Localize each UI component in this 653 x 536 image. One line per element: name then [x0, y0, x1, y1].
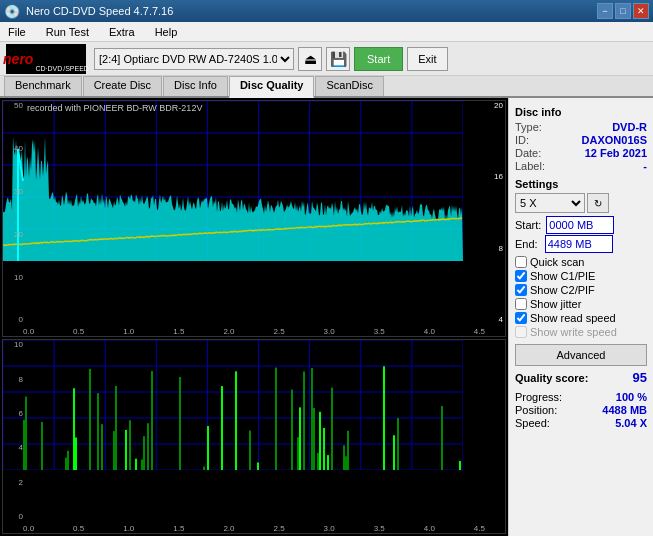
- disc-id-row: ID: DAXON016S: [515, 134, 647, 146]
- show-jitter-checkbox[interactable]: [515, 298, 527, 310]
- top-chart: 201684 50403020100 0.00.51.01.52.02.53.0…: [2, 100, 506, 337]
- tab-disc-quality[interactable]: Disc Quality: [229, 76, 315, 98]
- speed-select[interactable]: 5 X: [515, 193, 585, 213]
- quick-scan-row: Quick scan: [515, 256, 647, 268]
- start-button[interactable]: Start: [354, 47, 403, 71]
- chart-area: 201684 50403020100 0.00.51.01.52.02.53.0…: [0, 98, 508, 536]
- disc-label-row: Label: -: [515, 160, 647, 172]
- position-label: Position:: [515, 404, 557, 416]
- quality-score-label: Quality score:: [515, 372, 588, 384]
- right-panel: Disc info Type: DVD-R ID: DAXON016S Date…: [508, 98, 653, 536]
- title-bar: 💿 Nero CD-DVD Speed 4.7.7.16 − □ ✕: [0, 0, 653, 22]
- bottom-chart-y-axis: [483, 340, 503, 521]
- menu-help[interactable]: Help: [151, 25, 182, 39]
- disc-date-value: 12 Feb 2021: [585, 147, 647, 159]
- bottom-chart: 1086420 0.00.51.01.52.02.53.03.54.04.5: [2, 339, 506, 534]
- close-button[interactable]: ✕: [633, 3, 649, 19]
- end-mb-input[interactable]: [545, 235, 613, 253]
- show-write-speed-row: Show write speed: [515, 326, 647, 338]
- exit-button[interactable]: Exit: [407, 47, 447, 71]
- tab-bar: Benchmark Create Disc Disc Info Disc Qua…: [0, 76, 653, 98]
- show-c1pie-label: Show C1/PIE: [530, 270, 595, 282]
- show-jitter-label: Show jitter: [530, 298, 581, 310]
- tab-create-disc[interactable]: Create Disc: [83, 76, 162, 96]
- disc-id-value: DAXON016S: [582, 134, 647, 146]
- position-value: 4488 MB: [602, 404, 647, 416]
- advanced-button[interactable]: Advanced: [515, 344, 647, 366]
- disc-date-label: Date:: [515, 147, 541, 159]
- maximize-button[interactable]: □: [615, 3, 631, 19]
- settings-title: Settings: [515, 178, 647, 190]
- menu-file[interactable]: File: [4, 25, 30, 39]
- minimize-button[interactable]: −: [597, 3, 613, 19]
- bottom-chart-x-axis: 0.00.51.01.52.02.53.03.54.04.5: [23, 524, 485, 533]
- show-c2pif-row: Show C2/PIF: [515, 284, 647, 296]
- show-c2pif-label: Show C2/PIF: [530, 284, 595, 296]
- quick-scan-checkbox[interactable]: [515, 256, 527, 268]
- end-label-row: End:: [515, 235, 647, 253]
- end-mb-label: End:: [515, 238, 538, 250]
- start-label-row: Start:: [515, 216, 647, 234]
- menu-bar: File Run Test Extra Help: [0, 22, 653, 42]
- disc-label-label: Label:: [515, 160, 545, 172]
- start-mb-label: Start:: [515, 219, 541, 231]
- speed-label: Speed:: [515, 417, 550, 429]
- show-c2pif-checkbox[interactable]: [515, 284, 527, 296]
- speed-row: Speed: 5.04 X: [515, 417, 647, 429]
- speed-refresh-button[interactable]: ↻: [587, 193, 609, 213]
- show-c1pie-checkbox[interactable]: [515, 270, 527, 282]
- disc-label-value: -: [643, 160, 647, 172]
- show-read-speed-checkbox[interactable]: [515, 312, 527, 324]
- menu-run-test[interactable]: Run Test: [42, 25, 93, 39]
- disc-date-row: Date: 12 Feb 2021: [515, 147, 647, 159]
- show-c1pie-row: Show C1/PIE: [515, 270, 647, 282]
- show-read-speed-label: Show read speed: [530, 312, 616, 324]
- save-button[interactable]: 💾: [326, 47, 350, 71]
- menu-extra[interactable]: Extra: [105, 25, 139, 39]
- disc-type-label: Type:: [515, 121, 542, 133]
- progress-label: Progress:: [515, 391, 562, 403]
- progress-value: 100 %: [616, 391, 647, 403]
- disc-id-label: ID:: [515, 134, 529, 146]
- main-content: 201684 50403020100 0.00.51.01.52.02.53.0…: [0, 98, 653, 536]
- tab-disc-info[interactable]: Disc Info: [163, 76, 228, 96]
- quick-scan-label: Quick scan: [530, 256, 584, 268]
- show-jitter-row: Show jitter: [515, 298, 647, 310]
- start-mb-input[interactable]: [546, 216, 614, 234]
- position-row: Position: 4488 MB: [515, 404, 647, 416]
- disc-type-row: Type: DVD-R: [515, 121, 647, 133]
- speed-value: 5.04 X: [615, 417, 647, 429]
- show-write-speed-label: Show write speed: [530, 326, 617, 338]
- show-read-speed-row: Show read speed: [515, 312, 647, 324]
- quality-score-row: Quality score: 95: [515, 370, 647, 385]
- tab-benchmark[interactable]: Benchmark: [4, 76, 82, 96]
- disc-info-title: Disc info: [515, 106, 647, 118]
- progress-row: Progress: 100 %: [515, 391, 647, 403]
- top-chart-x-axis: 0.00.51.01.52.02.53.03.54.04.5: [23, 327, 485, 336]
- show-write-speed-checkbox: [515, 326, 527, 338]
- tab-scan-disc[interactable]: ScanDisc: [315, 76, 383, 96]
- quality-score-value: 95: [633, 370, 647, 385]
- app-title: Nero CD-DVD Speed 4.7.7.16: [20, 5, 597, 17]
- eject-button[interactable]: ⏏: [298, 47, 322, 71]
- window-controls: − □ ✕: [597, 3, 649, 19]
- disc-type-value: DVD-R: [612, 121, 647, 133]
- drive-selector[interactable]: [2:4] Optiarc DVD RW AD-7240S 1.04: [94, 48, 294, 70]
- progress-section: Progress: 100 % Position: 4488 MB Speed:…: [515, 391, 647, 429]
- toolbar: nero CD·DVD /SPEED [2:4] Optiarc DVD RW …: [0, 42, 653, 76]
- top-chart-y-axis: 201684: [483, 101, 503, 324]
- nero-logo: nero CD·DVD /SPEED: [6, 44, 86, 74]
- chart-title: recorded with PIONEER BD-RW BDR-212V: [27, 103, 202, 113]
- speed-setting-row: 5 X ↻: [515, 193, 647, 213]
